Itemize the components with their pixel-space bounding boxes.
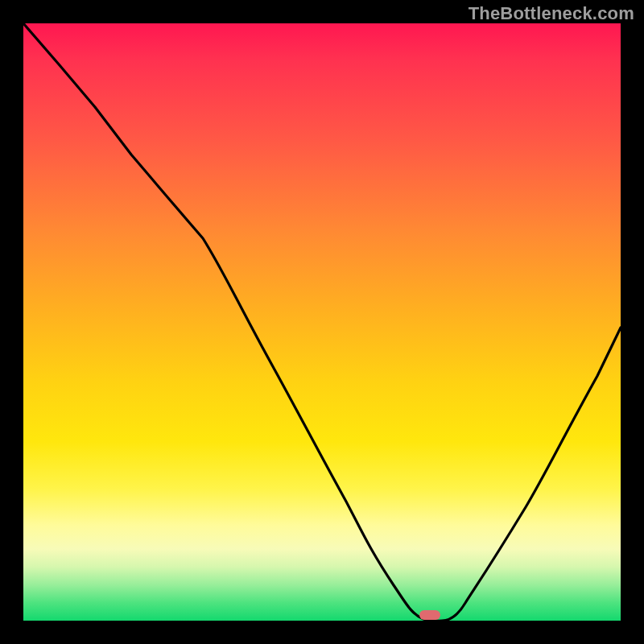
bottleneck-curve	[23, 23, 621, 621]
plot-area	[23, 23, 621, 621]
optimal-point-marker	[419, 610, 440, 620]
watermark-text: TheBottleneck.com	[469, 3, 634, 24]
chart-frame: TheBottleneck.com	[0, 0, 644, 644]
